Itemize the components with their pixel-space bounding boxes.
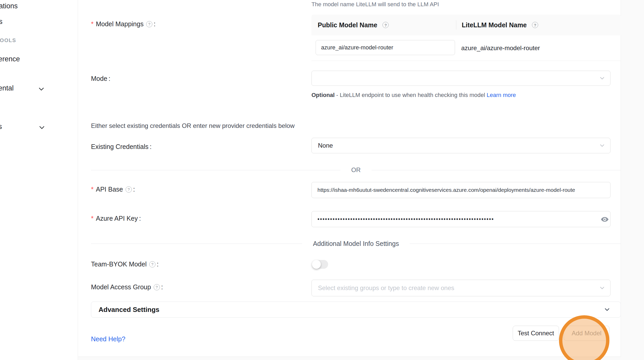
additional-settings-divider: Additional Model Info Settings (91, 240, 621, 247)
model-mappings-label: * Model Mappings ? : (91, 20, 155, 28)
team-byok-toggle[interactable] (312, 260, 328, 269)
existing-credentials-select[interactable]: None (311, 138, 610, 153)
label-colon: : (154, 20, 155, 28)
mode-select[interactable] (311, 71, 610, 86)
learn-more-link[interactable]: Learn more (487, 92, 516, 98)
required-asterisk: * (91, 215, 94, 222)
model-access-group-select[interactable]: Select existing groups or type to create… (311, 280, 610, 296)
chevron-down-icon (603, 306, 611, 313)
help-icon[interactable]: ? (532, 22, 538, 28)
label-colon: : (150, 143, 152, 150)
eye-icon[interactable] (601, 215, 609, 224)
chevron-down-icon (599, 285, 606, 291)
label-colon: : (157, 260, 159, 268)
credentials-note: Either select existing credentials OR en… (91, 122, 295, 129)
team-byok-label: Team-BYOK Model ? : (91, 260, 159, 268)
model-access-group-label: Model Access Group ? : (91, 283, 163, 291)
screen: ations s TOOLS erence ental s The model … (0, 0, 644, 360)
toggle-knob (312, 260, 321, 269)
sidebar-section-tools: TOOLS (0, 37, 16, 43)
chevron-down-icon (599, 142, 606, 149)
add-model-form: The model name LiteLLM will send to the … (78, 0, 621, 357)
sidebar-item-inference[interactable]: erence (0, 55, 20, 63)
sidebar-item-label: s (0, 18, 3, 25)
litellm-model-name-header: LiteLLM Model Name ? (456, 21, 538, 29)
label-colon: : (139, 215, 141, 222)
help-icon[interactable]: ? (146, 21, 152, 27)
required-asterisk: * (91, 186, 94, 193)
help-icon[interactable]: ? (126, 186, 132, 193)
additional-settings-divider-text: Additional Model Info Settings (302, 240, 410, 247)
model-access-group-placeholder: Select existing groups or type to create… (318, 284, 454, 292)
or-divider: OR (91, 166, 621, 174)
sidebar-item-experimental[interactable]: ental (0, 84, 14, 92)
help-icon[interactable]: ? (154, 284, 160, 290)
mode-label: Mode : (91, 75, 110, 82)
sidebar-item-organizations[interactable]: ations (0, 2, 18, 10)
chevron-down-icon (39, 124, 44, 129)
need-help-link[interactable]: Need Help? (91, 335, 125, 343)
public-model-name-header: Public Model Name ? (311, 21, 456, 29)
public-model-name-input[interactable] (316, 40, 455, 55)
optional-emphasis: Optional (311, 92, 335, 98)
azure-api-key-label: * Azure API Key : (91, 215, 141, 222)
sidebar-item-label: ations (0, 2, 18, 10)
azure-api-key-input[interactable] (311, 211, 610, 227)
help-icon[interactable]: ? (382, 22, 389, 28)
litellm-model-name-value: azure_ai/azure-model-router (461, 35, 540, 61)
sidebar-item-label: ental (0, 84, 14, 92)
model-mappings-table-header: Public Model Name ? LiteLLM Model Name ? (311, 15, 621, 35)
existing-credentials-value: None (318, 142, 333, 149)
sidebar-item-label: s (0, 123, 2, 130)
label-colon: : (161, 283, 163, 291)
test-connect-button[interactable]: Test Connect (513, 326, 559, 341)
mode-helper-text: Optional - LiteLLM endpoint to use when … (311, 90, 525, 100)
sidebar-item-label: erence (0, 55, 20, 63)
label-colon: : (109, 75, 110, 82)
sidebar-item[interactable]: s (0, 18, 3, 26)
advanced-settings-panel[interactable]: Advanced Settings (91, 302, 621, 318)
or-divider-text: OR (340, 166, 372, 174)
label-colon: : (133, 186, 135, 193)
api-base-label: * API Base ? : (91, 186, 135, 193)
api-base-input[interactable] (311, 182, 610, 198)
add-model-button[interactable]: Add Model (564, 326, 609, 341)
required-asterisk: * (91, 20, 94, 28)
model-mapping-row: azure_ai/azure-model-router (311, 35, 621, 61)
chevron-down-icon (39, 86, 44, 91)
header-divider (456, 20, 456, 30)
sidebar-item-settings[interactable]: s (0, 123, 2, 131)
sidebar: ations s TOOLS erence ental s (0, 0, 78, 360)
advanced-settings-title: Advanced Settings (99, 306, 603, 314)
model-name-helper-text: The model name LiteLLM will send to the … (311, 1, 439, 8)
chevron-down-icon (599, 75, 606, 82)
model-mappings-table: Public Model Name ? LiteLLM Model Name ?… (311, 15, 621, 61)
sidebar-section-label: TOOLS (0, 37, 16, 43)
existing-credentials-label: Existing Credentials : (91, 143, 152, 150)
help-icon[interactable]: ? (149, 261, 155, 267)
